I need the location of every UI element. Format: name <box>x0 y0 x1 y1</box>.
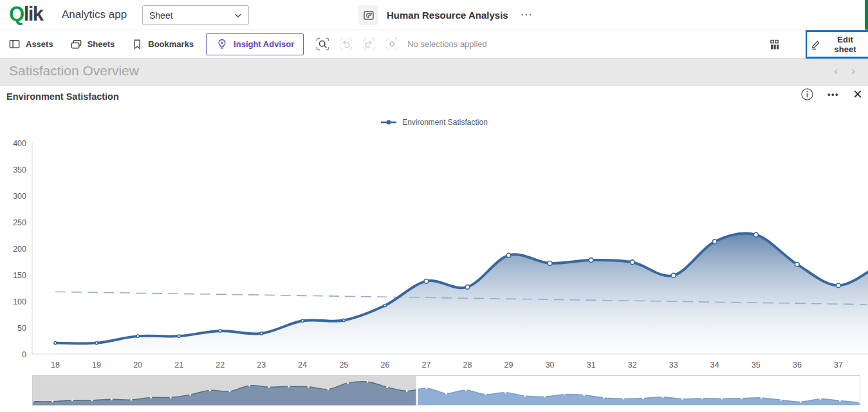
next-sheet-icon[interactable]: › <box>851 64 855 78</box>
bookmarks-icon <box>131 38 143 50</box>
app-icon[interactable] <box>358 5 378 25</box>
previous-sheet-icon[interactable]: ‹ <box>834 64 838 78</box>
qlik-logo-q: Q <box>9 3 24 25</box>
svg-text:31: 31 <box>587 360 596 370</box>
navigator-selected-window[interactable] <box>33 376 417 406</box>
sheets-button[interactable]: Sheets <box>62 30 124 58</box>
top-bar: Qlik Analytics app Sheet Human Resource … <box>0 0 868 30</box>
app-more-menu-icon[interactable]: ··· <box>521 10 533 19</box>
svg-text:300: 300 <box>13 192 26 201</box>
legend-label: Environment Satisfaction <box>402 118 488 127</box>
chart-actions: ••• ✕ <box>800 88 863 101</box>
grid-icon <box>768 39 781 51</box>
assets-button[interactable]: Assets <box>0 30 62 58</box>
chart-panel: Environment Satisfaction ••• ✕ Environme… <box>0 86 868 412</box>
svg-text:23: 23 <box>257 360 266 370</box>
svg-text:26: 26 <box>380 360 389 370</box>
qlik-logo-lik: lik <box>24 3 43 25</box>
qlik-logo[interactable]: Qlik <box>9 3 43 26</box>
toolbar-right: Edit sheet <box>768 30 868 59</box>
svg-text:0: 0 <box>22 350 26 359</box>
chart-more-menu-icon[interactable]: ••• <box>827 89 839 99</box>
sheet-selector-value: Sheet <box>149 10 173 21</box>
svg-text:34: 34 <box>710 360 719 370</box>
sheets-icon <box>70 38 82 50</box>
svg-text:200: 200 <box>13 245 26 254</box>
svg-text:19: 19 <box>92 360 101 370</box>
svg-text:20: 20 <box>133 360 142 370</box>
close-icon[interactable]: ✕ <box>853 88 863 100</box>
svg-text:32: 32 <box>628 360 637 370</box>
lightbulb-icon <box>216 38 228 51</box>
svg-text:25: 25 <box>339 360 348 370</box>
info-icon[interactable] <box>800 88 814 101</box>
svg-text:150: 150 <box>13 271 26 280</box>
selections-status: No selections applied <box>407 39 487 49</box>
svg-text:37: 37 <box>834 360 843 370</box>
insight-advisor-label: Insight Advisor <box>234 39 294 49</box>
toolbar: Assets Sheets Bookmarks Insight Advisor <box>0 30 868 59</box>
svg-text:29: 29 <box>504 360 513 370</box>
pencil-icon <box>811 39 821 50</box>
svg-text:33: 33 <box>669 360 678 370</box>
smart-search-icon[interactable] <box>315 37 330 52</box>
svg-text:21: 21 <box>174 360 183 370</box>
app-title-group: Human Resource Analysis ··· <box>358 5 533 25</box>
assets-icon <box>8 38 21 50</box>
svg-text:36: 36 <box>793 360 802 370</box>
svg-text:27: 27 <box>421 360 430 370</box>
edit-sheet-button[interactable]: Edit sheet <box>806 30 868 59</box>
sheet-navigator-button[interactable] <box>768 39 781 51</box>
svg-text:35: 35 <box>752 360 761 370</box>
svg-text:350: 350 <box>13 165 26 174</box>
edit-sheet-label: Edit sheet <box>826 35 864 54</box>
legend-line-marker <box>380 119 397 126</box>
chart-title: Environment Satisfaction <box>6 91 119 102</box>
app-title: Human Resource Analysis <box>387 10 508 21</box>
svg-text:250: 250 <box>13 218 26 227</box>
bookmarks-button[interactable]: Bookmarks <box>123 30 202 58</box>
clear-selections-icon <box>385 37 400 52</box>
qlik-sense-app: Qlik Analytics app Sheet Human Resource … <box>0 0 868 412</box>
svg-text:28: 28 <box>463 360 472 370</box>
chevron-down-icon <box>234 13 242 18</box>
insight-advisor-button[interactable]: Insight Advisor <box>206 33 304 55</box>
svg-text:24: 24 <box>298 360 307 370</box>
app-window-icon <box>362 9 375 22</box>
main-chart[interactable]: 0501001502002503003504001819202122232425… <box>0 132 868 374</box>
svg-text:400: 400 <box>13 139 26 148</box>
sheet-selector[interactable]: Sheet <box>142 5 249 25</box>
svg-text:30: 30 <box>546 360 555 370</box>
sheets-label: Sheets <box>88 39 115 49</box>
selection-tools <box>315 37 400 52</box>
app-type-label: Analytics app <box>62 8 127 21</box>
undo-icon <box>338 37 353 52</box>
svg-text:100: 100 <box>13 297 26 306</box>
svg-text:22: 22 <box>216 360 225 370</box>
range-navigator[interactable] <box>32 375 860 406</box>
svg-text:50: 50 <box>17 324 26 333</box>
svg-text:18: 18 <box>51 360 60 370</box>
redo-icon <box>362 37 376 52</box>
green-edge-strip <box>865 0 868 30</box>
bookmarks-label: Bookmarks <box>148 39 194 49</box>
legend-item[interactable]: Environment Satisfaction <box>0 118 868 127</box>
sheet-title-bar: Satisfaction Overview ‹ › <box>0 59 868 86</box>
assets-label: Assets <box>26 39 53 49</box>
sheet-navigation: ‹ › <box>834 64 855 78</box>
sheet-title: Satisfaction Overview <box>9 63 139 79</box>
